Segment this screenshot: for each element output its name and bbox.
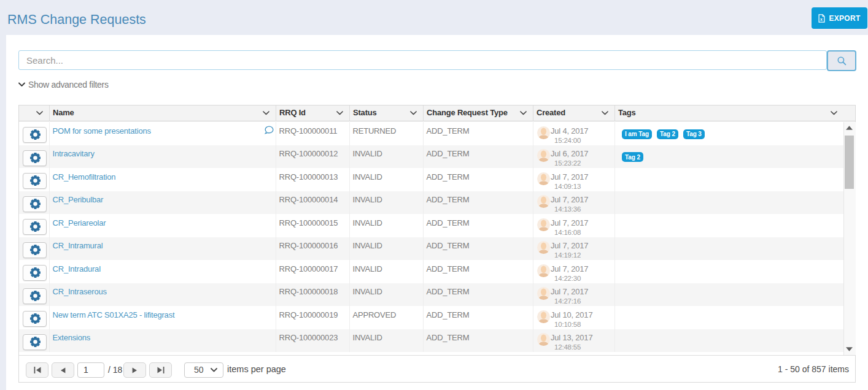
svg-text:x: x bbox=[820, 17, 823, 21]
